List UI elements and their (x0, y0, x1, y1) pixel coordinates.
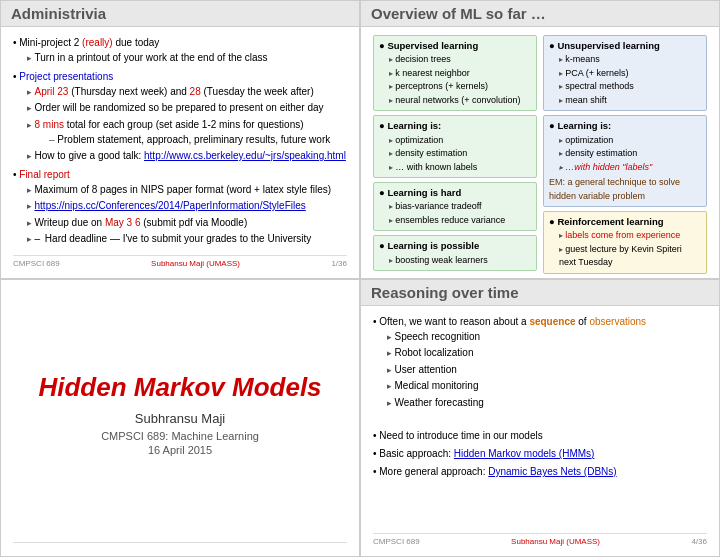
dbn-link: Dynamic Bayes Nets (DBNs) (488, 466, 616, 477)
un-mean: mean shift (549, 94, 701, 108)
hmm-link: Hidden Markov models (HMMs) (454, 448, 595, 459)
slide4-footer-course: CMPSCI 689 (373, 537, 420, 546)
slide1-footer: CMPSCI 689 Subhansu Maji (UMASS) 1/36 (13, 255, 347, 268)
em-text: EM: a general technique to solve hidden … (549, 176, 701, 203)
slide2-title: Overview of ML so far … (361, 1, 719, 27)
slide4-general: More general approach: Dynamic Bayes Net… (373, 464, 707, 479)
slide1-footer-course: CMPSCI 689 (13, 259, 60, 268)
lh-ens: ensembles reduce variance (379, 214, 531, 228)
learning-is-right-title: ● Learning is: (549, 119, 701, 133)
ex-medical: Medical monitoring (387, 378, 707, 394)
pres-date: April 23 (Thursday next week) and 28 (Tu… (27, 84, 347, 100)
slide2-right: ● Unsupervised learning k-means PCA (+ k… (543, 35, 707, 278)
sequence-word: sequence (529, 316, 575, 327)
slide4-content: Often, we want to reason about a sequenc… (373, 314, 707, 530)
slide4-basic: Basic approach: Hidden Markov models (HM… (373, 446, 707, 461)
pres-8mins-sub: Problem statement, approach, preliminary… (49, 132, 347, 147)
slide4-title: Reasoning over time (361, 280, 719, 306)
li-labels: … with known labels (379, 161, 531, 175)
lp-boost: boosting weak learners (379, 254, 531, 268)
miniproject-sub: Turn in a printout of your work at the e… (27, 50, 347, 66)
sup-perc: perceptrons (+ kernels) (379, 80, 531, 94)
lir-dens: density estimation (549, 147, 701, 161)
final-writeup: Writeup due on May 3 6 (submit pdf via M… (27, 215, 347, 231)
learning-hard-box: ● Learning is hard bias-variance tradeof… (373, 182, 537, 231)
finalreport-label: Final report (19, 169, 70, 180)
reinforcement-title: ● Reinforcement learning (549, 215, 701, 229)
un-km: k-means (549, 53, 701, 67)
li-dens: density estimation (379, 147, 531, 161)
observations-word: observations (589, 316, 646, 327)
slide3-footer (13, 542, 347, 546)
ex-weather: Weather forecasting (387, 395, 707, 411)
slide4-footer: CMPSCI 689 Subhansu Maji (UMASS) 4/36 (373, 533, 707, 546)
supervised-box: ● Supervised learning decision trees k n… (373, 35, 537, 111)
ex-robot: Robot localization (387, 345, 707, 361)
miniproject-highlight: (really) (82, 37, 113, 48)
slide4-footer-author: Subhansu Maji (UMASS) (511, 537, 600, 546)
hmm-title: Hidden Markov Models (38, 372, 321, 403)
pres-talk: How to give a good talk: http://www.cs.b… (27, 148, 347, 164)
miniproject-label: Mini-project 2 (19, 37, 82, 48)
slide4-intro: Often, we want to reason about a sequenc… (373, 314, 707, 411)
final-pages: Maximum of 8 pages in NIPS paper format … (27, 182, 347, 198)
learning-is-right-box: ● Learning is: optimization density esti… (543, 115, 707, 207)
unsupervised-title: ● Unsupervised learning (549, 39, 701, 53)
slide2-left: ● Supervised learning decision trees k n… (373, 35, 537, 278)
pres-order: Order will be randomized so be prepared … (27, 100, 347, 116)
slide-3: Hidden Markov Models Subhransu Maji CMPS… (0, 279, 360, 558)
slide-4: Reasoning over time Often, we want to re… (360, 279, 720, 558)
rl-guest: guest lecture by Kevin Spiteri next Tues… (549, 243, 701, 270)
miniproject-item: Mini-project 2 (really) due today Turn i… (13, 35, 347, 66)
sup-nn: neural networks (+ convolution) (379, 94, 531, 108)
pres-8mins: 8 mins total for each group (set aside 1… (27, 117, 347, 148)
li-opt: optimization (379, 134, 531, 148)
unsupervised-box: ● Unsupervised learning k-means PCA (+ k… (543, 35, 707, 111)
slide1-footer-author: Subhansu Maji (UMASS) (151, 259, 240, 268)
learning-is-left-box: ● Learning is: optimization density esti… (373, 115, 537, 178)
slide2-columns: ● Supervised learning decision trees k n… (373, 35, 707, 278)
sup-knn: k nearest neighbor (379, 67, 531, 81)
slide1-footer-page: 1/36 (331, 259, 347, 268)
slide4-footer-page: 4/36 (691, 537, 707, 546)
hmm-subtitle: Subhransu Maji (135, 411, 225, 426)
un-pca: PCA (+ kernels) (549, 67, 701, 81)
ex-user: User attention (387, 362, 707, 378)
lir-hidden: …with hidden "labels" (549, 161, 701, 175)
slide4-need: Need to introduce time in our models (373, 428, 707, 443)
miniproject-rest: due today (113, 37, 160, 48)
reinforcement-box: ● Reinforcement learning labels come fro… (543, 211, 707, 274)
sup-dt: decision trees (379, 53, 531, 67)
rl-labels: labels come from experience (549, 229, 701, 243)
presentations-item: Project presentations April 23 (Thursday… (13, 69, 347, 164)
slide2-content: ● Supervised learning decision trees k n… (373, 35, 707, 278)
slide-2: Overview of ML so far … ● Supervised lea… (360, 0, 720, 279)
slide1-title: Administrivia (1, 1, 359, 27)
un-spec: spectral methods (549, 80, 701, 94)
lir-opt: optimization (549, 134, 701, 148)
lh-bv: bias-variance tradeoff (379, 200, 531, 214)
final-hard: – Hard deadline — I've to submit your gr… (27, 231, 347, 247)
slide3-center: Hidden Markov Models Subhransu Maji CMPS… (13, 290, 347, 539)
learning-possible-title: ● Learning is possible (379, 239, 531, 253)
slide-1: Administrivia Mini-project 2 (really) du… (0, 0, 360, 279)
finalreport-item: Final report Maximum of 8 pages in NIPS … (13, 167, 347, 247)
final-link: https://nips.cc/Conferences/2014/PaperIn… (27, 198, 347, 214)
hmm-course: CMPSCI 689: Machine Learning (101, 430, 259, 442)
learning-is-left-title: ● Learning is: (379, 119, 531, 133)
presentations-label: Project presentations (19, 71, 113, 82)
ex-speech: Speech recognition (387, 329, 707, 345)
learning-possible-box: ● Learning is possible boosting weak lea… (373, 235, 537, 271)
hmm-date: 16 April 2015 (148, 444, 212, 456)
learning-hard-title: ● Learning is hard (379, 186, 531, 200)
supervised-title: ● Supervised learning (379, 39, 531, 53)
slide1-content: Mini-project 2 (really) due today Turn i… (13, 35, 347, 251)
